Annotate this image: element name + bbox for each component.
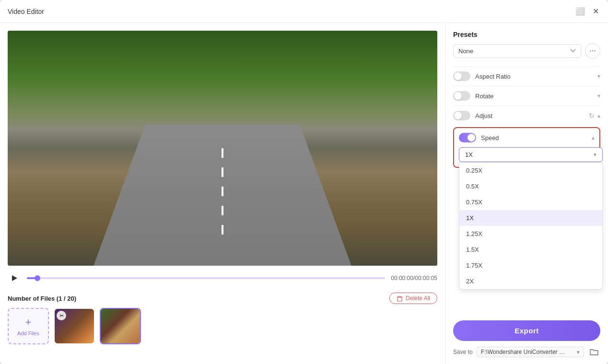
progress-thumb[interactable] (35, 275, 40, 281)
chevron-down-icon: ▾ (597, 93, 600, 99)
speed-select-display[interactable]: 1X ▾ (459, 147, 603, 162)
scissors-icon: ✂ (57, 311, 66, 320)
speed-dropdown-list: 0.25X 0.5X 0.75X 1X 1.25X 1.5X 1.75X 2X (459, 162, 603, 290)
thumbnail-image-2 (101, 309, 140, 343)
speed-header: Speed ▴ (459, 133, 595, 142)
folder-button[interactable] (588, 346, 600, 358)
window-title: Video Editor (8, 8, 44, 15)
delete-all-button[interactable]: Delete All (389, 293, 437, 304)
close-button[interactable]: ✕ (591, 7, 600, 16)
add-files-label: Add Files (17, 330, 39, 336)
speed-option-125x[interactable]: 1.25X (459, 226, 602, 242)
folder-icon (590, 348, 598, 356)
speed-section: Speed ▴ 1X ▾ 0.25X 0.5X 0.75X 1X 1 (453, 127, 600, 168)
video-background (8, 31, 437, 266)
svg-rect-1 (398, 297, 402, 301)
chevron-up-icon: ▴ (597, 112, 600, 119)
trash-icon (397, 295, 403, 302)
road-line (222, 148, 223, 242)
title-bar-controls: ⬜ ✕ (575, 7, 600, 16)
adjust-right: ↻ ▴ (589, 112, 600, 119)
refresh-icon[interactable]: ↻ (589, 112, 595, 119)
presets-select[interactable]: None (453, 44, 581, 58)
more-options-button[interactable]: ··· (585, 43, 600, 59)
path-chevron-icon: ▾ (577, 349, 580, 355)
adjust-toggle[interactable] (453, 111, 470, 120)
aspect-ratio-left: Aspect Ratio (453, 71, 511, 81)
speed-label: Speed (481, 134, 499, 141)
speed-current-value: 1X (465, 151, 473, 158)
export-button[interactable]: Export (453, 320, 600, 341)
aspect-ratio-toggle[interactable] (453, 71, 470, 81)
chevron-down-icon: ▾ (597, 73, 600, 80)
thumbnail-item-2[interactable] (100, 308, 141, 344)
save-path-value: F:\Wondershare UniConverter 16\Edite (481, 349, 567, 355)
speed-toggle[interactable] (459, 133, 476, 142)
adjust-row[interactable]: Adjust ↻ ▴ (453, 106, 600, 125)
file-count-label: Number of Files (1 / 20) (8, 295, 76, 302)
presets-label: Presets (453, 31, 600, 38)
dropdown-chevron-icon: ▾ (594, 152, 596, 158)
speed-dropdown-wrapper: 1X ▾ 0.25X 0.5X 0.75X 1X 1.25X 1.5X 1.75… (459, 147, 595, 162)
right-panel: Presets None ··· Aspect Ratio ▾ (445, 23, 608, 364)
speed-option-2x[interactable]: 2X (459, 273, 602, 289)
toggle-knob (454, 112, 462, 119)
speed-option-15x[interactable]: 1.5X (459, 242, 602, 258)
speed-left: Speed (459, 133, 499, 142)
aspect-ratio-right: ▾ (597, 73, 600, 80)
speed-option-025x[interactable]: 0.25X (459, 163, 602, 178)
file-strip: + Add Files ✂ (8, 308, 437, 350)
adjust-label: Adjust (475, 112, 492, 119)
speed-option-05x[interactable]: 0.5X (459, 178, 602, 194)
video-preview (8, 31, 437, 266)
speed-option-075x[interactable]: 0.75X (459, 194, 602, 210)
toggle-knob (454, 72, 462, 80)
adjust-left: Adjust (453, 111, 492, 120)
title-bar: Video Editor ⬜ ✕ (0, 0, 608, 23)
aspect-ratio-row[interactable]: Aspect Ratio ▾ (453, 66, 600, 86)
rotate-left: Rotate (453, 91, 493, 101)
maximize-button[interactable]: ⬜ (575, 7, 585, 16)
rotate-label: Rotate (475, 93, 493, 100)
rotate-right: ▾ (597, 93, 600, 99)
speed-chevron-up-icon: ▴ (592, 134, 595, 141)
svg-marker-0 (12, 275, 17, 281)
speed-option-175x[interactable]: 1.75X (459, 258, 602, 273)
add-files-button[interactable]: + Add Files (8, 308, 49, 344)
rotate-toggle[interactable] (453, 91, 470, 101)
video-area: 00:00:00/00:00:05 Number of Files (1 / 2… (0, 23, 445, 364)
time-display: 00:00:00/00:00:05 (391, 275, 437, 282)
progress-track[interactable] (27, 277, 385, 279)
rotate-row[interactable]: Rotate ▾ (453, 86, 600, 106)
toggle-knob (468, 134, 475, 141)
save-to-label: Save to (453, 349, 473, 355)
video-editor-window: Video Editor ⬜ ✕ (0, 0, 608, 364)
save-to-row: Save to F:\Wondershare UniConverter 16\E… (453, 346, 600, 358)
main-area: 00:00:00/00:00:05 Number of Files (1 / 2… (0, 23, 608, 364)
thumbnail-item-1[interactable]: ✂ (54, 308, 95, 344)
speed-option-1x[interactable]: 1X (459, 210, 602, 226)
presets-row: None ··· (453, 43, 600, 59)
plus-icon: + (25, 316, 32, 329)
toggle-knob (454, 92, 462, 100)
delete-all-label: Delete All (406, 295, 430, 302)
file-strip-header: Number of Files (1 / 20) Delete All (8, 289, 437, 308)
playback-bar: 00:00:00/00:00:05 (8, 266, 437, 289)
save-to-path[interactable]: F:\Wondershare UniConverter 16\Edite ▾ (477, 347, 584, 357)
aspect-ratio-label: Aspect Ratio (475, 73, 511, 80)
play-button[interactable] (8, 271, 21, 285)
